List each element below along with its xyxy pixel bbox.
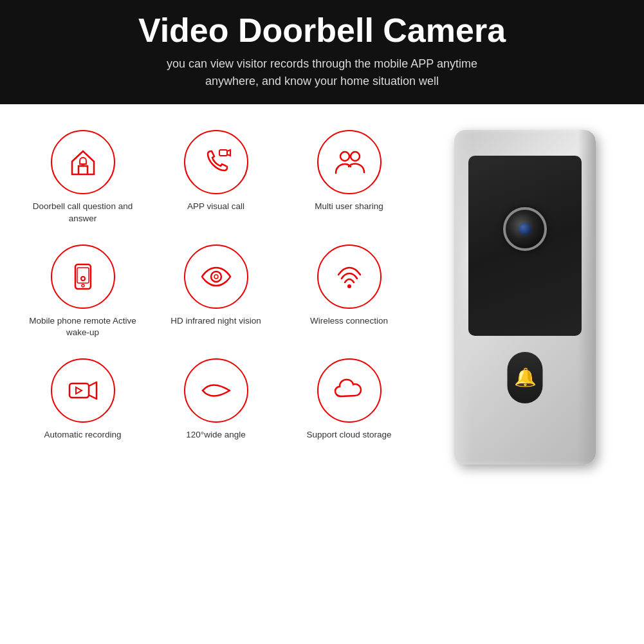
feature-app-visual-call: APP visual call: [152, 124, 279, 232]
doorbell-black-panel: [468, 156, 582, 336]
doorbell-device-container: 🔔: [425, 124, 625, 465]
svg-point-10: [214, 275, 218, 279]
feature-wireless: Wireless connection: [286, 238, 412, 346]
wide-angle-icon: [199, 373, 234, 408]
wireless-icon-circle: [317, 244, 382, 309]
app-visual-call-label: APP visual call: [187, 201, 244, 213]
multi-user-icon-circle: [317, 130, 382, 194]
cloud-icon-circle: [317, 358, 382, 423]
svg-point-11: [347, 284, 351, 288]
svg-point-9: [211, 271, 221, 282]
feature-auto-record: Automatic recording: [19, 352, 146, 448]
doorbell-device: 🔔: [454, 130, 596, 465]
doorbell-call-icon-circle: [51, 130, 115, 194]
wide-angle-label: 120°wide angle: [186, 429, 245, 441]
cloud-icon: [332, 373, 367, 408]
feature-doorbell-call: Doorbell call question and answer: [19, 124, 146, 232]
mobile-remote-icon: [66, 259, 100, 294]
doorbell-camera-lens: [503, 207, 547, 251]
night-vision-icon: [199, 259, 234, 294]
doorbell-call-icon: [66, 145, 100, 179]
feature-mobile-remote: Mobile phone remote Active wake-up: [19, 238, 146, 346]
multi-user-icon: [332, 145, 367, 179]
header-subtitle: you can view visitor records through the…: [26, 55, 618, 90]
features-grid: Doorbell call question and answer APP vi…: [19, 124, 412, 465]
wireless-icon: [332, 259, 367, 294]
mobile-remote-icon-circle: [51, 244, 115, 309]
page-title: Video Doorbell Camera: [26, 12, 618, 50]
wide-angle-icon-circle: [184, 358, 248, 423]
svg-point-4: [351, 152, 360, 161]
main-content: Doorbell call question and answer APP vi…: [0, 104, 644, 477]
doorbell-outer-casing: 🔔: [454, 130, 596, 465]
night-vision-icon-circle: [184, 244, 248, 309]
app-visual-call-icon-circle: [184, 130, 248, 194]
mobile-remote-label: Mobile phone remote Active wake-up: [23, 315, 143, 340]
auto-record-icon: [66, 373, 100, 408]
multi-user-label: Multi user sharing: [315, 201, 383, 213]
feature-multi-user: Multi user sharing: [286, 124, 412, 232]
svg-rect-12: [69, 383, 89, 398]
svg-point-8: [81, 277, 85, 281]
auto-record-label: Automatic recording: [44, 429, 121, 441]
bell-icon: 🔔: [514, 367, 537, 388]
doorbell-call-label: Doorbell call question and answer: [23, 201, 143, 225]
app-visual-call-icon: [199, 145, 234, 179]
wireless-label: Wireless connection: [310, 315, 388, 327]
svg-rect-2: [219, 150, 227, 156]
feature-cloud: Support cloud storage: [286, 352, 412, 448]
header-section: Video Doorbell Camera you can view visit…: [0, 0, 644, 104]
doorbell-bell-button[interactable]: 🔔: [508, 352, 543, 403]
cloud-label: Support cloud storage: [306, 429, 391, 441]
svg-point-3: [340, 152, 349, 161]
feature-night-vision: HD infrared night vision: [152, 238, 279, 346]
svg-point-7: [82, 284, 84, 287]
night-vision-label: HD infrared night vision: [170, 315, 261, 327]
auto-record-icon-circle: [51, 358, 115, 423]
feature-wide-angle: 120°wide angle: [152, 352, 279, 448]
